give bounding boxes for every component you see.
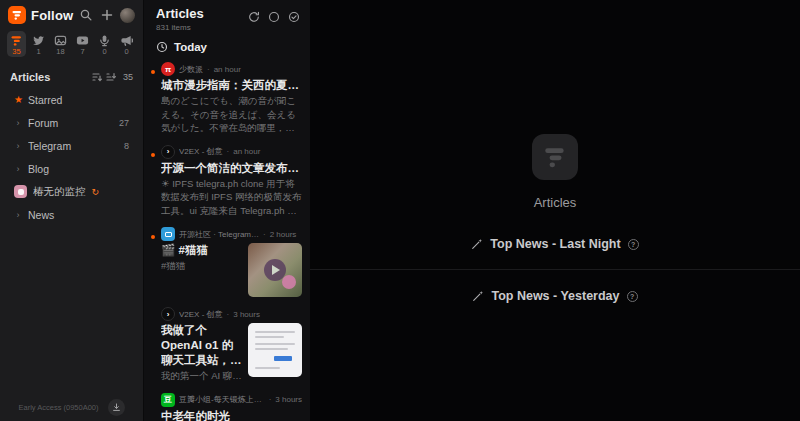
entry-item[interactable]: › V2EX - 创意 · an hour 开源一个简洁的文章发布平台 ☀ IP… [144, 140, 310, 223]
user-avatar[interactable] [120, 8, 135, 23]
tab-videos[interactable]: 7 [73, 31, 92, 57]
entry-item[interactable]: 豆 豆瓣小组-每天锻炼上床N小时我们一起聊… · 3 hours 中老年的时光 … [144, 388, 310, 421]
empty-state-label: Articles [534, 195, 577, 210]
tab-pictures[interactable]: 18 [51, 31, 70, 57]
mark-all-read-icon[interactable] [287, 10, 300, 23]
feed-avatar-telegram [161, 227, 175, 241]
video-icon [76, 34, 89, 47]
tab-count: 35 [12, 48, 20, 56]
sidebar-unread-count: 35 [123, 72, 133, 82]
daily-report-label: Top News - Yesterday [491, 289, 619, 303]
bird-icon [32, 34, 45, 47]
entry-title: 开源一个简洁的文章发布平台 [161, 161, 302, 176]
unread-dot [151, 70, 155, 74]
entry-feed-name: 开源社区 · Telegram… [179, 229, 259, 240]
clock-icon [156, 41, 168, 53]
download-icon [112, 403, 121, 412]
search-icon[interactable] [78, 7, 94, 23]
follow-logo-glyph-gray [542, 144, 568, 170]
entry-feed-name: 豆瓣小组-每天锻炼上床N小时我们一起聊… [179, 394, 265, 405]
tab-count: 7 [80, 48, 84, 56]
sidebar-section-title: Articles [10, 71, 88, 83]
sort-by-count-icon[interactable] [92, 72, 102, 82]
unread-dot [151, 153, 155, 157]
help-icon[interactable]: ? [627, 291, 638, 302]
picture-icon [54, 34, 67, 47]
entry-description: ☀ IPFS telegra.ph clone 用于将数据发布到 IPFS 网络… [161, 177, 302, 218]
sidebar-item-forum[interactable]: › Forum 27 [4, 111, 139, 134]
star-icon: ★ [14, 94, 22, 105]
sidebar-topbar: Follow [0, 0, 143, 28]
version-label: Early Access (0950A00) [18, 403, 98, 412]
app-name: Follow [31, 8, 73, 23]
entry-thumbnail-screenshot[interactable] [248, 323, 302, 377]
sidebar-item-telegram[interactable]: › Telegram 8 [4, 134, 139, 157]
app-window: Follow 35 [0, 0, 800, 421]
meta-separator: · [269, 395, 272, 404]
help-icon[interactable]: ? [628, 239, 639, 250]
meta-separator: · [227, 147, 230, 156]
feed-avatar-douban: 豆 [161, 393, 175, 407]
entry-item[interactable]: π 少数派 · an hour 城市漫步指南：关西的夏日重现 島のどこにでも、潮… [144, 57, 310, 140]
refresh-icon[interactable] [247, 10, 260, 23]
tab-count: 0 [102, 48, 106, 56]
add-subscription-icon[interactable] [99, 7, 115, 23]
magic-wand-icon [472, 290, 484, 302]
sidebar-item-news[interactable]: › News [4, 203, 139, 226]
tab-count: 18 [56, 48, 64, 56]
feed-avatar-sspai: π [161, 62, 175, 76]
entry-time: an hour [214, 65, 241, 74]
tab-articles[interactable]: 35 [7, 31, 26, 57]
follow-logo-glyph [11, 9, 23, 21]
entry-thumbnail-video[interactable] [248, 243, 302, 297]
sidebar-item-starred[interactable]: ★ Starred [4, 88, 139, 111]
follow-logo[interactable] [8, 6, 26, 24]
tab-social-media[interactable]: 1 [29, 31, 48, 57]
feed-avatar-v2ex: › [161, 307, 175, 321]
entry-feed-name: 少数派 [179, 64, 203, 75]
sidebar-item-label: Starred [28, 94, 129, 106]
entry-list-title: Articles [156, 7, 204, 21]
entry-item[interactable]: 开源社区 · Telegram… · 2 hours 🎬 #猫猫 #猫猫 [144, 222, 310, 302]
megaphone-icon [120, 34, 133, 47]
meta-separator: · [207, 65, 210, 74]
sidebar-item-label: 椿无的监控 [33, 185, 86, 199]
microphone-icon [98, 34, 111, 47]
entry-list-header: Articles 831 items [144, 0, 310, 34]
tab-notifications[interactable]: 0 [117, 31, 136, 57]
tab-count: 1 [36, 48, 40, 56]
daily-report-last-night[interactable]: Top News - Last Night ? [471, 232, 638, 256]
sort-order-icon[interactable] [106, 72, 116, 82]
chevron-right-icon: › [14, 118, 22, 128]
download-app-button[interactable] [108, 399, 125, 416]
entry-content-panel: Articles Top News - Last Night ? Top New… [310, 0, 800, 421]
refreshing-icon: ↻ [92, 187, 100, 197]
entry-item[interactable]: › V2EX - 创意 · 3 hours 我做了个 OpenAI o1 的聊天… [144, 302, 310, 388]
folder-unread-count: 27 [119, 118, 129, 128]
sidebar-footer: Early Access (0950A00) [0, 399, 143, 416]
chevron-right-icon: › [14, 164, 22, 174]
daily-report-label: Top News - Last Night [490, 237, 620, 251]
sidebar-item-feed-monitor[interactable]: 椿无的监控 ↻ [4, 180, 139, 203]
sidebar: Follow 35 [0, 0, 143, 421]
entry-title: 🎬 #猫猫 [161, 243, 242, 258]
today-section-header: Today [144, 34, 310, 57]
empty-state-logo [532, 134, 578, 180]
entry-title: 中老年的时光 [161, 409, 302, 421]
entry-feed-name: V2EX - 创意 [179, 309, 223, 320]
unread-only-toggle-icon[interactable] [267, 10, 280, 23]
entry-time: 3 hours [275, 395, 302, 404]
tab-count: 0 [124, 48, 128, 56]
entry-description: 我的第一个 AI 聊天站上… [161, 369, 242, 383]
entry-title: 我做了个 OpenAI o1 的聊天工具站，给大家免费试用 [161, 323, 242, 368]
sidebar-item-label: Blog [28, 163, 129, 175]
sidebar-item-label: Forum [28, 117, 113, 129]
tab-audio[interactable]: 0 [95, 31, 114, 57]
chevron-right-icon: › [14, 210, 22, 220]
sidebar-item-blog[interactable]: › Blog [4, 157, 139, 180]
daily-report-yesterday[interactable]: Top News - Yesterday ? [472, 284, 637, 308]
entry-description: 島のどこにでも、潮の音が聞こえる。その音を追えば、会える気がした。不管在岛的哪里… [161, 94, 302, 135]
section-divider [310, 269, 800, 270]
folder-unread-count: 8 [124, 141, 129, 151]
view-switcher: 35 1 18 7 [0, 28, 143, 62]
